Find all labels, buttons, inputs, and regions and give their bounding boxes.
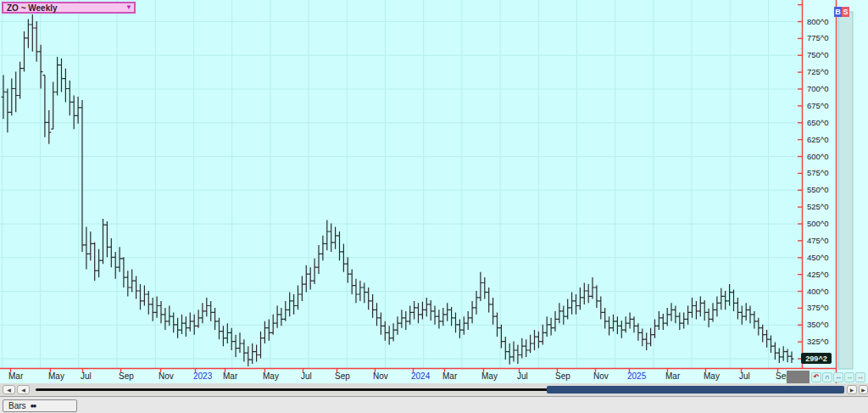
scroll-far-right-button[interactable]: ▶ bbox=[859, 385, 868, 394]
x-axis-tick-label: May bbox=[704, 371, 720, 381]
x-axis-tick-label: Sep bbox=[555, 371, 570, 381]
symbol-period-dropdown[interactable]: ZO ~ Weekly ▼ bbox=[2, 2, 136, 14]
y-axis-tick-label: 525^0 bbox=[807, 202, 829, 211]
compress-bars-button[interactable]: ↔ bbox=[855, 372, 865, 382]
y-axis-tick-label: 600^0 bbox=[807, 152, 829, 161]
y-axis-tick-label: 775^0 bbox=[807, 33, 829, 42]
tab-bars[interactable]: Bars ●● bbox=[3, 399, 77, 412]
y-axis-tick-label: 500^0 bbox=[807, 219, 829, 228]
x-axis-tick-label: Mar bbox=[442, 371, 458, 381]
arrow-right-icon: ▶ bbox=[861, 388, 865, 393]
axis-drag-handle[interactable] bbox=[787, 371, 810, 383]
x-axis-tick-label: Sep bbox=[119, 371, 134, 381]
y-axis-tick-label: 800^0 bbox=[807, 17, 829, 26]
y-axis-tick-label: 400^0 bbox=[807, 287, 829, 296]
expand-bars-icon: ↔ bbox=[846, 374, 853, 381]
fit-width-icon: ↔ bbox=[835, 374, 842, 381]
x-axis-tick-label: 2024 bbox=[411, 371, 431, 381]
x-axis-tick-label: Mar bbox=[665, 371, 681, 381]
x-axis-tick-label: Jul bbox=[81, 371, 92, 381]
y-axis-tick-label: 550^0 bbox=[807, 185, 829, 194]
undo-button[interactable]: ↶ bbox=[811, 372, 821, 382]
charting-app-window: 800^0775^0750^0725^0700^0675^0650^0625^0… bbox=[0, 0, 868, 413]
x-axis-tick-label: Sep bbox=[335, 371, 350, 381]
x-axis-tick-label: May bbox=[263, 371, 279, 381]
compress-bars-icon: ↔ bbox=[857, 374, 864, 381]
scroll-left-button[interactable]: ◀ bbox=[17, 385, 30, 394]
fit-width-button[interactable]: ↔ bbox=[833, 372, 843, 382]
y-axis-tick-label: 675^0 bbox=[807, 101, 829, 110]
x-axis-tick-label: Jul bbox=[517, 371, 528, 381]
status-bar: Bars ●● bbox=[0, 396, 868, 413]
scrollbar-thumb[interactable] bbox=[547, 386, 844, 393]
scroll-far-left-button[interactable]: ◀ bbox=[3, 385, 15, 394]
y-axis-tick-label: 650^0 bbox=[807, 118, 829, 127]
y-axis-tick-label: 325^0 bbox=[807, 337, 829, 346]
y-axis-tick-label: 700^0 bbox=[807, 84, 829, 93]
arrow-right-icon: ▶ bbox=[850, 388, 854, 393]
price-chart: 800^0775^0750^0725^0700^0675^0650^0625^0… bbox=[0, 0, 868, 383]
sell-button[interactable]: S bbox=[842, 7, 849, 17]
x-axis-tick-label: 2023 bbox=[193, 371, 213, 381]
x-axis-tick-label: Jul bbox=[739, 371, 750, 381]
x-axis-tick-label: Nov bbox=[159, 371, 174, 381]
x-axis-tick-label: Nov bbox=[593, 371, 609, 381]
y-axis-tick-label: 575^0 bbox=[807, 168, 829, 177]
chevron-down-icon: ▼ bbox=[125, 4, 132, 11]
horizontal-scrollbar[interactable]: ◀ ◀ ▶ ▶ bbox=[0, 383, 868, 396]
x-axis-tick-label: Mar bbox=[8, 371, 24, 381]
y-axis-tick-label: 750^0 bbox=[807, 50, 829, 59]
undo-icon: ↶ bbox=[814, 374, 820, 381]
chart-tools: ↶ ∩ ↔ ↔ ↔ bbox=[811, 372, 865, 382]
arrow-left-icon: ◀ bbox=[7, 388, 11, 393]
y-axis-tick-label: 475^0 bbox=[807, 236, 829, 245]
tab-bars-label: Bars bbox=[8, 401, 26, 410]
y-axis-tick-label: 725^0 bbox=[807, 67, 829, 76]
last-price-badge: 299^2 bbox=[801, 353, 832, 364]
x-axis-tick-label: 2025 bbox=[627, 371, 647, 381]
expand-bars-button[interactable]: ↔ bbox=[844, 372, 854, 382]
x-axis-tick-label: Nov bbox=[373, 371, 388, 381]
x-axis-tick-label: May bbox=[48, 371, 64, 381]
vertical-zoom-strip[interactable] bbox=[838, 12, 853, 369]
arrow-left-icon: ◀ bbox=[21, 388, 25, 393]
x-axis-tick-label: May bbox=[481, 371, 498, 381]
y-axis-tick-label: 350^0 bbox=[807, 320, 829, 329]
scrollbar-track[interactable] bbox=[36, 388, 548, 391]
x-axis-tick-label: Mar bbox=[223, 371, 238, 381]
binoculars-icon: ●● bbox=[31, 402, 36, 410]
symbol-period-label: ZO ~ Weekly bbox=[7, 3, 125, 13]
y-axis-tick-label: 625^0 bbox=[807, 135, 829, 144]
y-axis-tick-label: 375^0 bbox=[807, 303, 829, 312]
buy-button[interactable]: B bbox=[834, 7, 842, 17]
x-axis-tick-label: Jul bbox=[301, 371, 312, 381]
scroll-right-button[interactable]: ▶ bbox=[847, 385, 857, 394]
magnet-button[interactable]: ∩ bbox=[822, 372, 832, 382]
y-axis-tick-label: 425^0 bbox=[807, 270, 829, 279]
y-axis-tick-label: 450^0 bbox=[807, 253, 829, 262]
magnet-icon: ∩ bbox=[825, 374, 830, 381]
